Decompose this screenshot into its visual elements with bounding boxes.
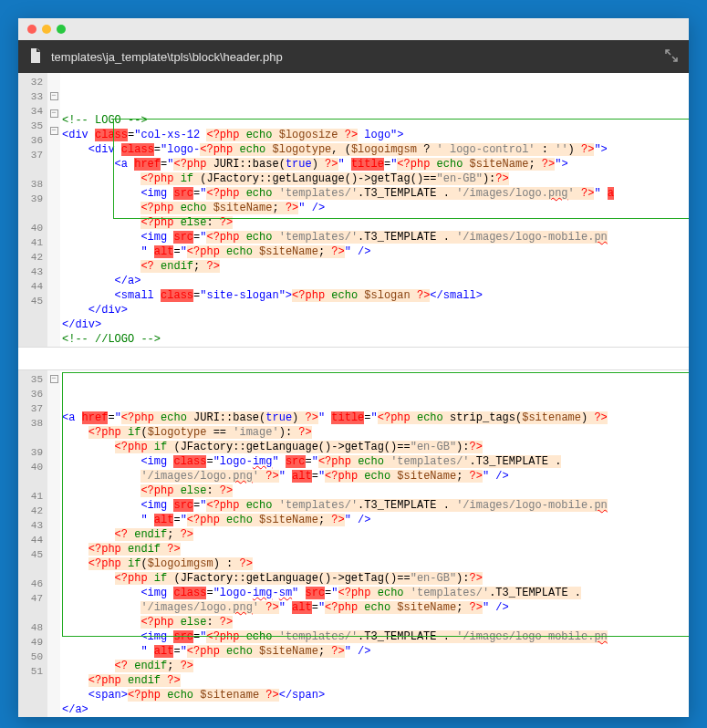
line-number: 44 xyxy=(18,533,47,547)
code-line[interactable]: <!-- LOGO --> xyxy=(60,113,689,128)
code-line[interactable]: <? endif; ?> xyxy=(60,259,689,274)
line-number: 41 xyxy=(18,489,47,504)
code-line[interactable]: <!-- //LOGO --> xyxy=(60,332,689,347)
line-number xyxy=(18,474,47,489)
fold-marker[interactable]: − xyxy=(47,375,60,390)
line-number xyxy=(18,606,47,620)
line-number xyxy=(18,431,47,445)
fold-marker xyxy=(47,506,60,521)
code-line[interactable]: <? endif; ?> xyxy=(60,659,689,673)
line-number: 34 xyxy=(18,104,47,119)
file-path: templates\ja_template\tpls\block\header.… xyxy=(51,50,665,64)
code-line[interactable]: </div> xyxy=(60,317,689,332)
fold-marker xyxy=(47,477,60,492)
fold-marker xyxy=(47,492,60,506)
fold-marker xyxy=(47,463,60,477)
code-line[interactable]: '/images/logo.png' ?>" alt="<?php echo $… xyxy=(60,469,689,484)
code-line[interactable]: <img class="logo-img" src="<?php echo 't… xyxy=(60,454,689,469)
code-line[interactable]: <?php if($logoimgsm) : ?> xyxy=(60,556,689,571)
fold-marker[interactable]: − xyxy=(47,127,60,141)
code-line[interactable]: '/images/logo.png' ?>" alt="<?php echo $… xyxy=(60,600,689,615)
code-line[interactable]: <?php if (JFactory::getLanguage()->getTa… xyxy=(60,440,689,454)
line-number: 37 xyxy=(18,148,47,162)
fold-marker xyxy=(47,390,60,404)
line-number: 38 xyxy=(18,177,47,192)
fold-marker xyxy=(47,521,60,536)
code-line[interactable]: <?php else: ?> xyxy=(60,484,689,498)
line-number: 36 xyxy=(18,133,47,148)
code-line[interactable]: <?php else: ?> xyxy=(60,215,689,230)
code-pane-top[interactable]: 3233343536373839404142434445 −−− <!-- LO… xyxy=(18,73,689,347)
code-line[interactable]: " alt="<?php echo $siteName; ?>" /> xyxy=(60,244,689,259)
code-line[interactable]: <?php echo $siteName; ?>" /> xyxy=(60,201,689,215)
line-number: 38 xyxy=(18,416,47,431)
line-number: 33 xyxy=(18,89,47,104)
fold-marker xyxy=(47,302,60,317)
code-line[interactable]: </a> xyxy=(60,702,689,717)
code-pane-bottom[interactable]: 3536373839404142434445464748495051 − <a … xyxy=(18,370,689,717)
pane-divider[interactable] xyxy=(18,347,689,370)
fold-marker xyxy=(47,185,60,200)
line-number: 45 xyxy=(18,294,47,308)
code-line[interactable]: " alt="<?php echo $siteName; ?>" /> xyxy=(60,644,689,659)
code-line[interactable]: <div class="col-xs-12 <?php echo $logosi… xyxy=(60,128,689,142)
code-line[interactable]: <? endif; ?> xyxy=(60,527,689,542)
code-line[interactable]: <a href="<?php JURI::base(true) ?>" titl… xyxy=(60,157,689,172)
code-line[interactable]: <?php if($logotype == 'image'): ?> xyxy=(60,425,689,440)
line-number: 40 xyxy=(18,221,47,235)
fold-marker xyxy=(47,200,60,214)
fold-marker xyxy=(47,171,60,185)
code-line[interactable]: <span><?php echo $sitename ?></span> xyxy=(60,688,689,702)
code-line[interactable]: <img src="<?php echo 'templates/'.T3_TEM… xyxy=(60,186,689,201)
fold-column[interactable]: − xyxy=(47,370,60,717)
line-number: 48 xyxy=(18,620,47,635)
fold-marker xyxy=(47,258,60,273)
code-line[interactable]: <?php else: ?> xyxy=(60,615,689,629)
code-line[interactable]: <img src="<?php echo 'templates/'.T3_TEM… xyxy=(60,230,689,244)
line-number: 32 xyxy=(18,75,47,89)
line-number: 45 xyxy=(18,547,47,562)
line-number: 47 xyxy=(18,591,47,606)
code-line[interactable]: " alt="<?php echo $siteName; ?>" /> xyxy=(60,513,689,527)
code-line[interactable]: <?php if (JFactory::getLanguage()->getTa… xyxy=(60,172,689,186)
fold-column[interactable]: −−− xyxy=(47,73,60,347)
fold-marker xyxy=(47,214,60,229)
line-number-gutter: 3536373839404142434445464748495051 xyxy=(18,370,47,717)
line-number: 37 xyxy=(18,401,47,416)
code-line[interactable]: <?php if (JFactory::getLanguage()->getTa… xyxy=(60,571,689,586)
code-line[interactable]: <img src="<?php echo 'templates/'.T3_TEM… xyxy=(60,498,689,513)
line-number: 42 xyxy=(18,250,47,265)
minimize-window-button[interactable] xyxy=(42,25,51,34)
fold-marker xyxy=(47,75,60,89)
fold-marker[interactable]: − xyxy=(47,109,60,124)
code-line[interactable]: <img class="logo-img-sm" src="<?php echo… xyxy=(60,586,689,600)
close-window-button[interactable] xyxy=(27,25,36,34)
code-line[interactable]: <a href="<?php echo JURI::base(true) ?>"… xyxy=(60,411,689,425)
code-area-top[interactable]: <!-- LOGO --><div class="col-xs-12 <?php… xyxy=(60,73,689,347)
code-line[interactable]: <small class="site-slogan"><?php echo $s… xyxy=(60,288,689,303)
code-line[interactable]: <?php endif ?> xyxy=(60,673,689,688)
fold-marker xyxy=(47,433,60,448)
fold-marker[interactable]: − xyxy=(47,92,60,107)
fold-marker xyxy=(47,244,60,258)
maximize-window-button[interactable] xyxy=(57,25,66,34)
code-line[interactable]: <div class="logo-<?php echo $logotype, (… xyxy=(60,142,689,157)
editor-window: templates\ja_template\tpls\block\header.… xyxy=(18,18,689,717)
fold-marker xyxy=(47,638,60,652)
line-number: 35 xyxy=(18,372,47,387)
fold-marker xyxy=(47,273,60,287)
fold-marker xyxy=(47,667,60,681)
expand-icon[interactable] xyxy=(665,49,678,65)
fold-marker xyxy=(47,536,60,550)
line-number: 43 xyxy=(18,518,47,533)
line-number xyxy=(18,562,47,577)
line-number: 39 xyxy=(18,192,47,206)
code-line[interactable]: <?php endif ?> xyxy=(60,542,689,556)
code-line[interactable]: </a> xyxy=(60,274,689,288)
line-number xyxy=(18,162,47,177)
code-line[interactable]: </div> xyxy=(60,303,689,317)
code-area-bottom[interactable]: <a href="<?php echo JURI::base(true) ?>"… xyxy=(60,370,689,717)
fold-marker xyxy=(47,448,60,463)
fold-marker xyxy=(47,594,60,608)
code-line[interactable]: <img src="<?php echo 'templates/'.T3_TEM… xyxy=(60,629,689,644)
